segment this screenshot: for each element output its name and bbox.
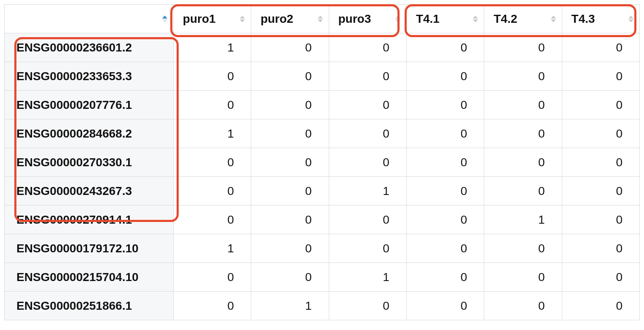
row-id-cell: ENSG00000284668.2 [5,119,174,148]
data-cell: 0 [406,292,484,320]
data-cell: 0 [484,62,562,91]
row-id-cell: ENSG00000236601.2 [5,33,174,62]
row-id-cell: ENSG00000270330.1 [5,148,174,177]
data-table: puro1 puro2 puro3 T4.1 T4.2 T4.3 ENSG000… [4,4,640,320]
data-cell: 0 [329,62,406,91]
table-row: ENSG00000233653.3000000 [5,62,640,91]
data-cell: 0 [251,148,329,177]
data-cell: 0 [484,91,562,119]
data-cell: 0 [562,234,639,263]
data-cell: 0 [251,234,329,263]
row-id-cell: ENSG00000207776.1 [5,91,174,119]
data-cell: 0 [329,33,406,62]
data-cell: 0 [173,148,251,177]
data-cell: 0 [562,148,639,177]
data-cell: 0 [329,234,406,263]
column-header-label: puro1 [174,5,251,33]
data-cell: 0 [173,292,251,320]
data-cell: 0 [173,206,251,234]
table-wrapper: puro1 puro2 puro3 T4.1 T4.2 T4.3 ENSG000… [4,4,640,320]
data-cell: 1 [251,292,329,320]
data-cell: 0 [484,33,562,62]
data-cell: 0 [406,62,484,91]
data-cell: 1 [329,177,406,206]
data-cell: 0 [484,148,562,177]
data-cell: 0 [562,119,639,148]
column-header-label: T4.3 [562,5,639,33]
table-row: ENSG00000270330.1000000 [5,148,640,177]
data-cell: 0 [562,33,639,62]
data-cell: 0 [562,206,639,234]
data-cell: 0 [484,234,562,263]
data-cell: 0 [562,177,639,206]
data-cell: 0 [251,91,329,119]
data-cell: 0 [562,263,639,292]
column-header-label: puro3 [329,5,406,33]
column-header[interactable]: T4.1 [406,5,484,33]
data-cell: 0 [406,263,484,292]
data-cell: 1 [173,33,251,62]
table-row: ENSG00000284668.2100000 [5,119,640,148]
data-cell: 0 [251,119,329,148]
data-cell: 0 [484,292,562,320]
table-row: ENSG00000251866.1010000 [5,292,640,320]
data-cell: 0 [562,91,639,119]
column-header-label: T4.1 [407,5,484,33]
data-cell: 0 [484,263,562,292]
sort-icon [162,16,167,22]
column-header[interactable]: puro3 [329,5,406,33]
data-cell: 1 [173,119,251,148]
data-cell: 0 [484,177,562,206]
data-cell: 0 [329,292,406,320]
data-cell: 0 [173,263,251,292]
data-cell: 1 [173,234,251,263]
row-id-cell: ENSG00000179172.10 [5,234,174,263]
data-cell: 0 [251,33,329,62]
data-cell: 0 [562,62,639,91]
row-id-cell: ENSG00000215704.10 [5,263,174,292]
data-cell: 1 [484,206,562,234]
table-row: ENSG00000179172.10100000 [5,234,640,263]
data-cell: 1 [329,263,406,292]
data-cell: 0 [406,119,484,148]
row-id-cell: ENSG00000251866.1 [5,292,174,320]
data-cell: 0 [406,148,484,177]
data-cell: 0 [406,91,484,119]
sort-icon [628,16,633,22]
table-row: ENSG00000243267.3001000 [5,177,640,206]
sort-icon [551,16,556,22]
data-cell: 0 [251,62,329,91]
data-cell: 0 [251,177,329,206]
data-cell: 0 [329,206,406,234]
header-row: puro1 puro2 puro3 T4.1 T4.2 T4.3 [5,5,640,33]
row-id-cell: ENSG00000270914.1 [5,206,174,234]
data-cell: 0 [251,263,329,292]
table-row: ENSG00000215704.10001000 [5,263,640,292]
data-cell: 0 [406,234,484,263]
data-cell: 0 [406,33,484,62]
data-cell: 0 [484,119,562,148]
column-header[interactable]: T4.2 [484,5,562,33]
column-header-label: puro2 [251,5,328,33]
data-cell: 0 [329,119,406,148]
data-cell: 0 [329,91,406,119]
column-header-label: T4.2 [484,5,561,33]
data-cell: 0 [173,177,251,206]
data-cell: 0 [173,62,251,91]
row-id-cell: ENSG00000243267.3 [5,177,174,206]
sort-icon [240,16,245,22]
column-header[interactable]: T4.3 [562,5,639,33]
data-cell: 0 [329,148,406,177]
column-header-rownames[interactable] [5,5,174,33]
row-id-cell: ENSG00000233653.3 [5,62,174,91]
table-row: ENSG00000207776.1000000 [5,91,640,119]
table-row: ENSG00000270914.1000010 [5,206,640,234]
data-cell: 0 [173,91,251,119]
table-row: ENSG00000236601.2100000 [5,33,640,62]
data-cell: 0 [562,292,639,320]
sort-icon [318,16,323,22]
column-header[interactable]: puro2 [251,5,329,33]
data-cell: 0 [406,206,484,234]
data-cell: 0 [406,177,484,206]
column-header[interactable]: puro1 [173,5,251,33]
